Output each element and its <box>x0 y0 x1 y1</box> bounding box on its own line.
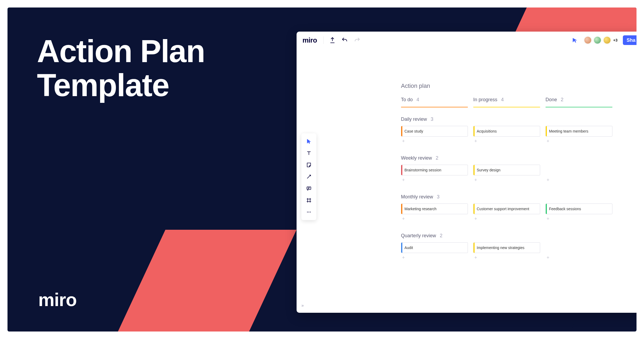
kanban-card[interactable]: Meeting team members <box>545 126 612 137</box>
svg-rect-2 <box>307 187 311 190</box>
add-card-button[interactable]: + <box>473 255 540 261</box>
tool-select[interactable] <box>304 136 314 147</box>
section-count: 3 <box>437 194 440 200</box>
avatar[interactable] <box>603 36 611 44</box>
section-row: Brainstorming sessionSurvey design <box>401 165 631 175</box>
column-label: In progress <box>473 97 497 103</box>
app-header: miro +3 <box>297 32 637 49</box>
empty-cell <box>545 242 612 253</box>
svg-marker-1 <box>307 139 311 144</box>
svg-point-4 <box>309 212 309 213</box>
kanban-card[interactable]: Audit <box>401 242 468 253</box>
board-title: Action plan <box>401 82 631 89</box>
brand-logo: miro <box>38 289 77 310</box>
column-count: 2 <box>561 97 563 103</box>
kanban-card[interactable]: Survey design <box>473 165 540 175</box>
card-text: Audit <box>404 246 413 250</box>
presentation-cursor-icon[interactable] <box>571 37 578 44</box>
svg-marker-0 <box>573 38 577 43</box>
kanban-columns-header: To do 4 In progress 4 Done 2 <box>401 97 631 105</box>
hero-title-line2: Template <box>37 68 205 102</box>
section-header[interactable]: Quarterly review2 <box>401 233 631 239</box>
column-underline <box>401 107 468 107</box>
section-label: Monthly review <box>401 194 433 200</box>
section-row: Marketing researchCustomer support impro… <box>401 204 631 214</box>
add-card-button[interactable]: + <box>545 255 612 261</box>
card-text: Implementing new strategies <box>477 246 524 250</box>
column-header-done[interactable]: Done 2 <box>545 97 612 105</box>
column-count: 4 <box>416 97 419 103</box>
tool-sticky-note[interactable] <box>304 160 314 170</box>
empty-cell <box>545 165 612 175</box>
section-label: Quarterly review <box>401 233 436 239</box>
share-button-label: Sha <box>627 37 635 43</box>
avatar-overflow-count[interactable]: +3 <box>613 38 618 42</box>
add-card-button[interactable]: + <box>545 138 612 144</box>
section-add-row: +++ <box>401 253 631 261</box>
add-card-button[interactable]: + <box>401 255 468 261</box>
collaborator-avatars[interactable]: +3 <box>584 36 618 44</box>
avatar[interactable] <box>584 36 592 44</box>
column-label: To do <box>401 97 413 103</box>
tool-frame[interactable] <box>304 195 314 206</box>
column-underline <box>545 107 612 107</box>
kanban-card[interactable]: Case study <box>401 126 468 137</box>
kanban-section: Quarterly review2AuditImplementing new s… <box>401 233 631 261</box>
kanban-section: Weekly review2Brainstorming sessionSurve… <box>401 155 631 183</box>
promo-frame: Action Plan Template miro miro <box>7 7 637 332</box>
card-text: Case study <box>404 129 423 133</box>
kanban-section: Daily review3Case studyAcquisitionsMeeti… <box>401 116 631 144</box>
section-header[interactable]: Daily review3 <box>401 116 631 122</box>
card-text: Acquisitions <box>477 129 497 133</box>
kanban-card[interactable]: Acquisitions <box>473 126 540 137</box>
add-card-button[interactable]: + <box>473 138 540 144</box>
kanban-card[interactable]: Feedback sessions <box>545 204 612 214</box>
section-label: Daily review <box>401 116 427 122</box>
section-add-row: +++ <box>401 214 631 222</box>
board-canvas[interactable]: Action plan To do 4 In progress 4 Done 2 <box>401 82 631 272</box>
svg-point-3 <box>307 212 308 213</box>
add-card-button[interactable]: + <box>401 177 468 183</box>
kanban-sections: Daily review3Case studyAcquisitionsMeeti… <box>401 116 631 261</box>
card-text: Survey design <box>477 168 501 172</box>
kanban-card[interactable]: Brainstorming session <box>401 165 468 175</box>
share-button[interactable]: Sha <box>623 35 637 45</box>
tool-line[interactable] <box>304 171 314 182</box>
section-count: 3 <box>431 116 433 122</box>
kanban-card[interactable]: Implementing new strategies <box>473 242 540 253</box>
section-header[interactable]: Monthly review3 <box>401 194 631 200</box>
section-add-row: +++ <box>401 137 631 144</box>
card-text: Feedback sessions <box>549 207 581 211</box>
kanban-card[interactable]: Customer support improvement <box>473 204 540 214</box>
kanban-card[interactable]: Marketing research <box>401 204 468 214</box>
add-card-button[interactable]: + <box>401 216 468 222</box>
avatar[interactable] <box>593 36 601 44</box>
add-card-button[interactable]: + <box>545 216 612 222</box>
undo-icon[interactable] <box>341 37 348 44</box>
add-card-button[interactable]: + <box>473 177 540 183</box>
tool-dock <box>301 133 316 220</box>
add-card-button[interactable]: + <box>473 216 540 222</box>
card-text: Brainstorming session <box>404 168 441 172</box>
expand-icon[interactable]: » <box>301 303 304 308</box>
app-logo[interactable]: miro <box>302 36 317 44</box>
divider <box>323 36 324 44</box>
section-count: 2 <box>440 233 442 239</box>
export-icon[interactable] <box>329 37 336 44</box>
tool-text[interactable] <box>304 148 314 159</box>
section-add-row: +++ <box>401 175 631 183</box>
column-header-todo[interactable]: To do 4 <box>401 97 468 105</box>
section-row: Case studyAcquisitionsMeeting team membe… <box>401 126 631 137</box>
section-header[interactable]: Weekly review2 <box>401 155 631 161</box>
section-label: Weekly review <box>401 155 432 161</box>
tool-more[interactable] <box>304 207 314 217</box>
add-card-button[interactable]: + <box>401 138 468 144</box>
add-card-button[interactable]: + <box>545 177 612 183</box>
redo-icon <box>354 37 361 44</box>
section-row: AuditImplementing new strategies <box>401 242 631 253</box>
kanban-section: Monthly review3Marketing researchCustome… <box>401 194 631 222</box>
column-header-inprogress[interactable]: In progress 4 <box>473 97 540 105</box>
svg-point-5 <box>310 212 311 213</box>
card-text: Marketing research <box>404 207 437 211</box>
tool-comment[interactable] <box>304 183 314 194</box>
